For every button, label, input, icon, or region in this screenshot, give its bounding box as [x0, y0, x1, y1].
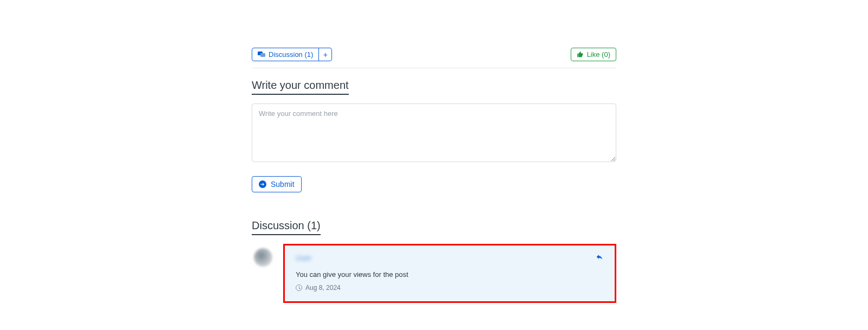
reply-icon	[595, 253, 604, 261]
plus-icon: +	[323, 50, 328, 59]
arrow-right-circle-icon: ➔	[259, 180, 266, 188]
post-card: User You can give your views for the pos…	[283, 244, 616, 303]
submit-label: Submit	[271, 180, 295, 189]
post-body: You can give your views for the post	[296, 270, 604, 279]
post-meta: Aug 8, 2024	[296, 284, 604, 292]
add-tab-button[interactable]: +	[318, 48, 331, 61]
tab-group: Discussion (1) +	[252, 48, 332, 61]
discussion-topbar: Discussion (1) + Like (0)	[252, 48, 616, 68]
discussion-tab[interactable]: Discussion (1)	[252, 48, 318, 61]
avatar	[254, 248, 272, 267]
discussion-container: Discussion (1) + Like (0) Write your com…	[252, 0, 616, 303]
thumbs-up-icon	[577, 51, 584, 58]
comment-form-heading: Write your comment	[252, 79, 349, 95]
discussion-tab-label: Discussion (1)	[269, 50, 313, 59]
comment-textarea[interactable]	[252, 103, 616, 162]
comments-icon	[258, 51, 265, 58]
discussion-heading: Discussion (1)	[252, 219, 321, 235]
like-button[interactable]: Like (0)	[571, 48, 616, 61]
submit-button[interactable]: ➔ Submit	[252, 176, 302, 192]
reply-button[interactable]	[595, 253, 604, 263]
like-label: Like (0)	[587, 50, 610, 59]
svg-rect-1	[260, 53, 265, 57]
discussion-section: Discussion (1) User You can give your vi…	[252, 209, 616, 303]
discussion-post: User You can give your views for the pos…	[252, 244, 616, 303]
clock-icon	[296, 284, 302, 291]
post-author[interactable]: User	[296, 254, 312, 262]
post-date: Aug 8, 2024	[305, 284, 341, 292]
